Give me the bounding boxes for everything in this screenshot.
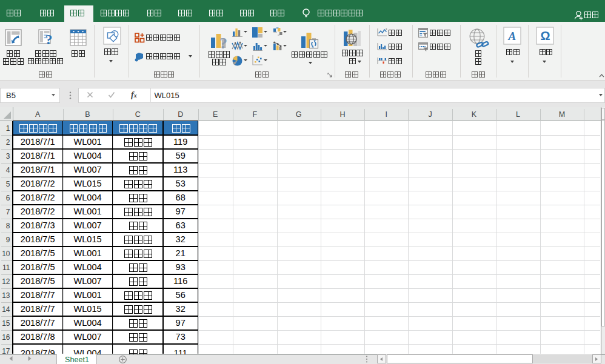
svg-text:?: ? (45, 31, 53, 47)
svg-text:Ω: Ω (540, 29, 550, 42)
svg-text:?: ? (219, 35, 227, 52)
svg-text:A: A (507, 30, 516, 42)
